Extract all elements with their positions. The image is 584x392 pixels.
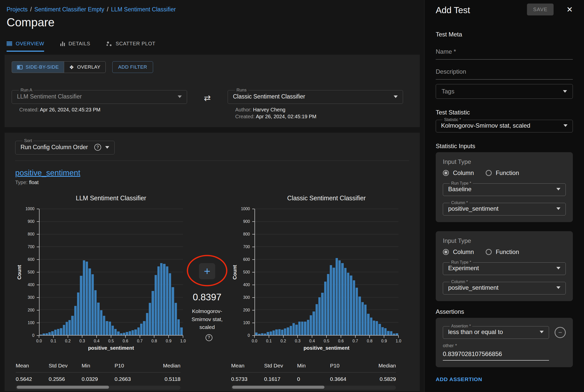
add-test-button[interactable]: +: [199, 263, 215, 279]
histogram-bar: [272, 330, 275, 335]
page-title: Compare: [7, 15, 424, 29]
main-content: Projects/Sentiment Classifier Empty/LLM …: [0, 0, 424, 392]
run-a-select[interactable]: Run A LLM Sentiment Classifier: [12, 88, 187, 104]
x-tick-label: 1.0: [180, 339, 186, 343]
radio-function-label: Function: [496, 169, 519, 177]
add-filter-button[interactable]: ADD FILTER: [112, 61, 153, 73]
histogram-bar: [381, 327, 384, 335]
histogram-bar: [387, 331, 389, 335]
column-select[interactable]: Column * positive_sentiment: [443, 280, 566, 295]
histogram-bar: [163, 264, 165, 335]
description-field[interactable]: Description: [436, 68, 573, 80]
chevron-down-icon: [556, 188, 560, 190]
radio-function[interactable]: Function: [486, 248, 519, 256]
tab-overview[interactable]: OVERVIEW: [7, 41, 44, 52]
created-label: Created:: [19, 107, 39, 112]
histogram-bar: [137, 327, 140, 335]
histogram-bar: [261, 333, 263, 335]
overlay-button[interactable]: ❖ OVERLAY: [64, 61, 106, 73]
bars-container: [40, 209, 183, 335]
histogram-bar: [301, 322, 303, 335]
histogram-bar: [370, 318, 372, 335]
run-type-select[interactable]: Run Type * Experiment: [443, 260, 566, 275]
runs-select[interactable]: Runs Classic Sentiment Classifier: [228, 88, 403, 104]
assertion-card: Assertion * less than or equal to − othe…: [436, 318, 573, 367]
radio-function[interactable]: Function: [486, 169, 519, 177]
close-icon[interactable]: ✕: [567, 5, 573, 14]
stats-col-mean: Mean: [16, 363, 49, 369]
horizontal-scrollbar[interactable]: [231, 386, 396, 390]
y-tick-label: 700: [243, 245, 250, 249]
run-type-select[interactable]: Run Type * Baseline: [443, 181, 566, 196]
other-field[interactable]: other * 0.8397028107566856: [443, 343, 549, 361]
run-a-value: LLM Sentiment Classifier: [17, 93, 174, 100]
breadcrumb-separator: /: [107, 6, 108, 13]
tab-bar: OVERVIEW DETAILS SCATTER PLOT: [7, 41, 424, 52]
side-by-side-button[interactable]: SIDE-BY-SIDE: [12, 61, 64, 73]
comparison-stat-column: + 0.8397 Kolmogorov-Smirnov stat, scaled…: [183, 194, 231, 390]
histogram-bar: [157, 266, 160, 335]
y-tick-mark: [252, 310, 254, 310]
radio-checked-icon: [443, 249, 449, 255]
input-type-label: Input Type: [443, 237, 566, 244]
tab-scatter-plot[interactable]: SCATTER PLOT: [106, 41, 155, 52]
scrollbar-thumb[interactable]: [17, 386, 109, 389]
x-tick-label: 0.0: [36, 339, 42, 343]
radio-column[interactable]: Column: [443, 248, 474, 256]
remove-assertion-button[interactable]: −: [555, 327, 566, 338]
histogram-bar: [112, 326, 114, 335]
statistic-select[interactable]: Statistic * Kolmogorov-Smirnov stat, sca…: [436, 117, 573, 132]
histogram-bar: [143, 321, 145, 335]
histogram-bar: [120, 333, 122, 335]
histogram-bar: [88, 268, 91, 335]
sort-select[interactable]: Sort Run Config Column Order ?: [15, 138, 115, 154]
assertion-select[interactable]: Assertion * less than or equal to: [443, 324, 549, 339]
run-type-label: Run Type *: [450, 181, 473, 186]
created-value: Apr 26, 2024, 02:45:23 PM: [40, 107, 100, 112]
help-icon[interactable]: ?: [206, 334, 212, 341]
y-tick-mark: [252, 247, 254, 247]
y-tick-label: 1000: [25, 207, 34, 211]
column-select[interactable]: Column * positive_sentiment: [443, 201, 566, 215]
breadcrumb-project[interactable]: Sentiment Classifier Empty: [34, 6, 104, 13]
help-icon[interactable]: ?: [94, 144, 101, 151]
field-link-positive-sentiment[interactable]: positive_sentiment: [15, 168, 80, 178]
x-tick-label: 0.9: [381, 339, 387, 343]
add-assertion-button[interactable]: ADD ASSERTION: [436, 376, 482, 382]
histogram-bar: [318, 297, 321, 335]
x-tick-label: 0.5: [324, 339, 329, 343]
histogram-bar: [48, 332, 51, 335]
save-button[interactable]: SAVE: [527, 4, 554, 15]
y-tick-mark: [252, 221, 254, 222]
run-b-created: Created: Apr 26, 2024, 02:45:19 PM: [235, 114, 403, 120]
name-field[interactable]: Name *: [436, 48, 573, 60]
y-tick-mark: [252, 323, 254, 323]
breadcrumb-run[interactable]: LLM Sentiment Classifier: [111, 6, 176, 13]
scrollbar-thumb[interactable]: [232, 386, 324, 389]
y-axis-label: Count: [231, 209, 238, 336]
histogram-bar: [80, 276, 82, 335]
breadcrumb-projects[interactable]: Projects: [7, 6, 28, 13]
charts-row: LLM Sentiment Classifier Count 010020030…: [16, 194, 413, 390]
y-tick-label: 500: [28, 270, 34, 275]
horizontal-scrollbar[interactable]: [16, 386, 180, 390]
name-field-label: Name *: [436, 48, 573, 55]
x-tick-mark: [154, 336, 154, 338]
tags-select[interactable]: Tags: [436, 84, 573, 99]
radio-column[interactable]: Column: [443, 169, 474, 177]
assertions-heading: Assertions: [436, 308, 573, 315]
tab-details[interactable]: DETAILS: [60, 41, 90, 52]
histogram-bar: [166, 266, 168, 335]
histogram-bar: [46, 333, 48, 335]
run-selectors: Run A LLM Sentiment Classifier Created: …: [12, 88, 413, 120]
x-tick-mark: [283, 336, 284, 338]
sort-label: Sort: [23, 138, 33, 143]
x-axis-label: positive_sentiment: [254, 345, 398, 351]
histogram-bar: [68, 320, 71, 335]
chevron-down-icon: [178, 95, 182, 98]
swap-runs-icon[interactable]: ⇄: [204, 93, 211, 120]
histogram-bar: [100, 310, 102, 335]
y-tick-label: 200: [28, 308, 34, 312]
histogram-bar: [106, 321, 108, 335]
stat-median: 0.5118: [148, 376, 180, 382]
